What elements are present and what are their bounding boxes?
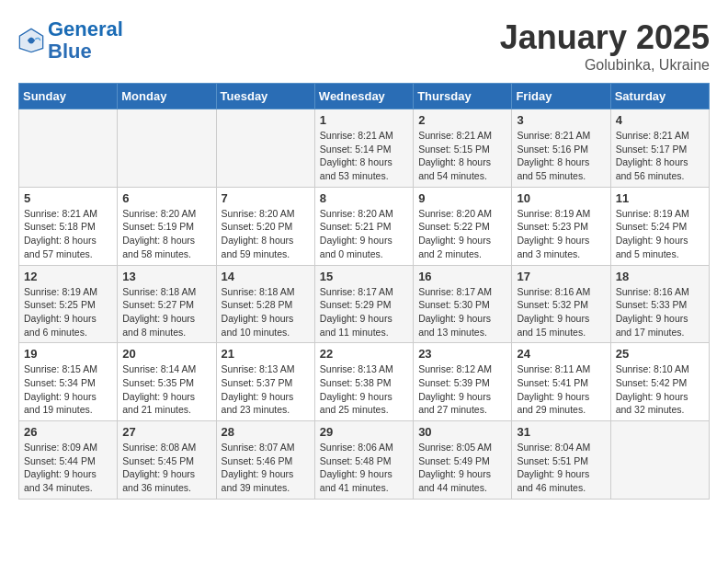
day-info: Sunrise: 8:21 AMSunset: 5:15 PMDaylight:…	[418, 129, 506, 183]
page-header: General Blue January 2025 Golubinka, Ukr…	[18, 18, 710, 74]
day-number: 5	[24, 191, 112, 205]
day-info: Sunrise: 8:15 AMSunset: 5:34 PMDaylight:…	[24, 362, 112, 417]
day-cell-18: 18Sunrise: 8:16 AMSunset: 5:33 PMDayligh…	[610, 265, 709, 343]
day-cell-21: 21Sunrise: 8:13 AMSunset: 5:37 PMDayligh…	[216, 343, 314, 421]
day-info: Sunrise: 8:18 AMSunset: 5:28 PMDaylight:…	[222, 285, 310, 339]
day-cell-5: 5Sunrise: 8:21 AMSunset: 5:18 PMDaylight…	[19, 187, 118, 265]
day-cell-7: 7Sunrise: 8:20 AMSunset: 5:20 PMDaylight…	[216, 187, 314, 265]
day-number: 17	[517, 270, 605, 283]
week-row-4: 19Sunrise: 8:15 AMSunset: 5:34 PMDayligh…	[19, 343, 710, 421]
day-cell-12: 12Sunrise: 8:19 AMSunset: 5:25 PMDayligh…	[19, 265, 118, 343]
day-cell-1: 1Sunrise: 8:21 AMSunset: 5:14 PMDaylight…	[314, 109, 413, 188]
calendar-subtitle: Golubinka, Ukraine	[500, 57, 710, 74]
weekday-header-tuesday: Tuesday	[216, 84, 314, 109]
day-cell-15: 15Sunrise: 8:17 AMSunset: 5:29 PMDayligh…	[314, 265, 413, 343]
day-info: Sunrise: 8:14 AMSunset: 5:35 PMDaylight:…	[122, 362, 210, 417]
day-number: 14	[222, 270, 310, 283]
day-number: 27	[122, 425, 210, 439]
day-info: Sunrise: 8:13 AMSunset: 5:37 PMDaylight:…	[222, 362, 310, 417]
weekday-header-saturday: Saturday	[610, 84, 709, 109]
day-number: 31	[517, 425, 605, 439]
day-info: Sunrise: 8:17 AMSunset: 5:29 PMDaylight:…	[320, 285, 408, 339]
day-info: Sunrise: 8:17 AMSunset: 5:30 PMDaylight:…	[418, 285, 506, 339]
day-number: 23	[418, 347, 506, 361]
logo-text: General Blue	[48, 18, 123, 63]
day-info: Sunrise: 8:13 AMSunset: 5:38 PMDaylight:…	[320, 362, 408, 417]
day-cell-24: 24Sunrise: 8:11 AMSunset: 5:41 PMDayligh…	[512, 343, 610, 421]
day-info: Sunrise: 8:21 AMSunset: 5:16 PMDaylight:…	[517, 129, 605, 183]
day-number: 29	[320, 425, 408, 439]
day-number: 30	[418, 425, 506, 439]
logo-line2: Blue	[48, 40, 92, 63]
day-cell-19: 19Sunrise: 8:15 AMSunset: 5:34 PMDayligh…	[19, 343, 118, 421]
day-cell-2: 2Sunrise: 8:21 AMSunset: 5:15 PMDaylight…	[414, 109, 512, 188]
day-cell-10: 10Sunrise: 8:19 AMSunset: 5:23 PMDayligh…	[512, 187, 610, 265]
day-cell-25: 25Sunrise: 8:10 AMSunset: 5:42 PMDayligh…	[610, 343, 709, 421]
day-cell-17: 17Sunrise: 8:16 AMSunset: 5:32 PMDayligh…	[512, 265, 610, 343]
empty-cell	[216, 109, 314, 188]
day-cell-30: 30Sunrise: 8:05 AMSunset: 5:49 PMDayligh…	[414, 421, 512, 500]
day-number: 3	[517, 113, 605, 127]
calendar-table: SundayMondayTuesdayWednesdayThursdayFrid…	[18, 83, 710, 500]
day-number: 12	[24, 270, 112, 283]
day-cell-31: 31Sunrise: 8:04 AMSunset: 5:51 PMDayligh…	[512, 421, 610, 500]
day-cell-20: 20Sunrise: 8:14 AMSunset: 5:35 PMDayligh…	[118, 343, 216, 421]
day-cell-9: 9Sunrise: 8:20 AMSunset: 5:22 PMDaylight…	[414, 187, 512, 265]
day-cell-23: 23Sunrise: 8:12 AMSunset: 5:39 PMDayligh…	[414, 343, 512, 421]
weekday-header-friday: Friday	[512, 84, 610, 109]
logo-line1: General	[48, 17, 123, 40]
day-cell-22: 22Sunrise: 8:13 AMSunset: 5:38 PMDayligh…	[314, 343, 413, 421]
day-info: Sunrise: 8:09 AMSunset: 5:44 PMDaylight:…	[24, 441, 112, 495]
day-number: 15	[320, 270, 408, 283]
day-cell-27: 27Sunrise: 8:08 AMSunset: 5:45 PMDayligh…	[118, 421, 216, 500]
calendar-title: January 2025	[500, 18, 710, 57]
day-info: Sunrise: 8:16 AMSunset: 5:33 PMDaylight:…	[616, 285, 704, 339]
day-cell-4: 4Sunrise: 8:21 AMSunset: 5:17 PMDaylight…	[610, 109, 709, 188]
weekday-header-sunday: Sunday	[19, 84, 118, 109]
day-number: 7	[222, 191, 310, 205]
day-number: 6	[122, 191, 210, 205]
day-info: Sunrise: 8:21 AMSunset: 5:14 PMDaylight:…	[320, 129, 408, 183]
day-info: Sunrise: 8:12 AMSunset: 5:39 PMDaylight:…	[418, 362, 506, 417]
weekday-header-row: SundayMondayTuesdayWednesdayThursdayFrid…	[19, 84, 710, 109]
day-number: 19	[24, 347, 112, 361]
day-number: 21	[222, 347, 310, 361]
day-cell-6: 6Sunrise: 8:20 AMSunset: 5:19 PMDaylight…	[118, 187, 216, 265]
day-info: Sunrise: 8:21 AMSunset: 5:18 PMDaylight:…	[24, 207, 112, 261]
day-cell-16: 16Sunrise: 8:17 AMSunset: 5:30 PMDayligh…	[414, 265, 512, 343]
day-info: Sunrise: 8:05 AMSunset: 5:49 PMDaylight:…	[418, 441, 506, 495]
empty-cell	[19, 109, 118, 188]
day-number: 16	[418, 270, 506, 283]
weekday-header-thursday: Thursday	[414, 84, 512, 109]
day-info: Sunrise: 8:19 AMSunset: 5:24 PMDaylight:…	[616, 207, 704, 261]
logo-icon	[18, 28, 44, 53]
day-cell-13: 13Sunrise: 8:18 AMSunset: 5:27 PMDayligh…	[118, 265, 216, 343]
day-cell-8: 8Sunrise: 8:20 AMSunset: 5:21 PMDaylight…	[314, 187, 413, 265]
day-cell-11: 11Sunrise: 8:19 AMSunset: 5:24 PMDayligh…	[610, 187, 709, 265]
day-cell-29: 29Sunrise: 8:06 AMSunset: 5:48 PMDayligh…	[314, 421, 413, 500]
day-number: 18	[616, 270, 704, 283]
day-info: Sunrise: 8:21 AMSunset: 5:17 PMDaylight:…	[616, 129, 704, 183]
day-number: 25	[616, 347, 704, 361]
day-info: Sunrise: 8:20 AMSunset: 5:19 PMDaylight:…	[122, 207, 210, 261]
day-number: 28	[222, 425, 310, 439]
day-number: 1	[320, 113, 408, 127]
day-number: 26	[24, 425, 112, 439]
week-row-5: 26Sunrise: 8:09 AMSunset: 5:44 PMDayligh…	[19, 421, 710, 500]
day-cell-28: 28Sunrise: 8:07 AMSunset: 5:46 PMDayligh…	[216, 421, 314, 500]
day-number: 11	[616, 191, 704, 205]
day-number: 20	[122, 347, 210, 361]
day-cell-26: 26Sunrise: 8:09 AMSunset: 5:44 PMDayligh…	[19, 421, 118, 500]
day-cell-3: 3Sunrise: 8:21 AMSunset: 5:16 PMDaylight…	[512, 109, 610, 188]
day-info: Sunrise: 8:19 AMSunset: 5:23 PMDaylight:…	[517, 207, 605, 261]
day-info: Sunrise: 8:19 AMSunset: 5:25 PMDaylight:…	[24, 285, 112, 339]
weekday-header-wednesday: Wednesday	[314, 84, 413, 109]
day-number: 8	[320, 191, 408, 205]
week-row-2: 5Sunrise: 8:21 AMSunset: 5:18 PMDaylight…	[19, 187, 710, 265]
logo: General Blue	[18, 18, 123, 63]
day-number: 9	[418, 191, 506, 205]
day-info: Sunrise: 8:08 AMSunset: 5:45 PMDaylight:…	[122, 441, 210, 495]
week-row-1: 1Sunrise: 8:21 AMSunset: 5:14 PMDaylight…	[19, 109, 710, 188]
empty-cell	[118, 109, 216, 188]
day-info: Sunrise: 8:20 AMSunset: 5:20 PMDaylight:…	[222, 207, 310, 261]
